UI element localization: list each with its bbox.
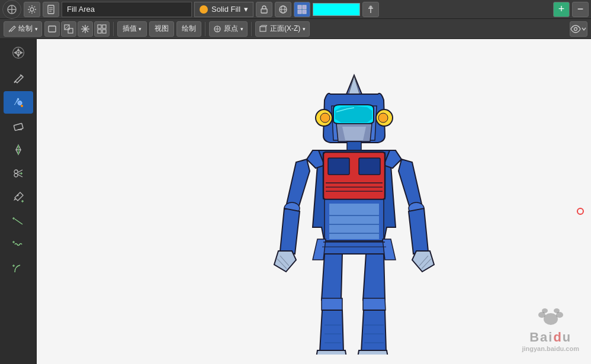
svg-rect-14 [303,10,306,14]
eye-btn[interactable] [570,21,587,37]
pencil-tool-icon [12,72,25,85]
svg-rect-11 [298,5,301,9]
svg-rect-34 [260,27,266,31]
draw-btn[interactable]: 绘制 [176,21,201,37]
robot-svg [253,59,455,355]
view-label: 视图 [155,24,169,34]
interpolate-btn[interactable]: 插值 ▾ [117,21,147,37]
rect-icon-btn[interactable] [44,21,60,37]
navigation-icon [12,46,25,59]
svg-rect-30 [102,30,106,33]
app-icon-btn[interactable] [2,0,21,19]
view-angle-dropdown[interactable]: 正面(X-Z) ▾ [255,21,310,37]
svg-line-53 [17,170,23,173]
separator-1 [113,22,114,36]
svg-point-51 [14,170,18,173]
fill-color-indicator [200,5,208,14]
draw-mode-dropdown[interactable]: 绘制 ▾ [4,21,42,37]
view-btn[interactable]: 视图 [149,21,174,37]
baidu-site: jingyan.baidu.com [522,345,579,352]
line-tool[interactable] [4,210,33,232]
svg-rect-7 [261,9,267,13]
svg-marker-41 [16,54,20,57]
svg-line-22 [65,25,69,30]
svg-point-105 [542,308,548,313]
transform-icon-btn[interactable] [61,21,76,37]
left-sidebar [0,39,37,364]
color-swatch[interactable] [313,3,360,16]
zoom-out-btn[interactable]: − [572,2,589,17]
eraser-tool[interactable] [4,115,33,137]
wave-line-tool[interactable] [4,233,33,256]
svg-rect-27 [98,25,101,28]
baidu-watermark: Baidu jingyan.baidu.com [522,306,579,352]
scissors-tool[interactable] [4,162,33,185]
icon-group-1 [44,21,110,37]
svg-rect-19 [49,26,56,32]
settings-icon [27,5,37,14]
settings-btn[interactable] [24,2,40,17]
document-btn[interactable] [43,2,59,17]
draw-mode-arrow: ▾ [35,26,38,32]
nav-arrows-tool[interactable] [4,41,33,64]
pin-btn[interactable] [362,2,379,17]
svg-point-52 [14,173,18,177]
layers-icon [297,5,307,14]
layers-btn[interactable] [294,2,310,17]
lock-icon [260,5,268,14]
snowflake-icon-btn[interactable] [78,21,93,37]
svg-point-47 [21,105,23,107]
svg-rect-21 [68,28,73,33]
canvas-area[interactable]: Baidu jingyan.baidu.com [37,39,591,364]
svg-rect-76 [328,158,349,175]
svg-point-58 [17,195,18,197]
origin-dropdown[interactable]: 原点 ▾ [209,21,248,37]
anchor-icon [213,25,221,33]
line-tool-icon [12,214,25,227]
eye-dropdown-arrow [581,26,587,32]
pencil-small-icon [8,25,16,33]
fill-type-label: Solid Fill [211,5,240,14]
globe-btn[interactable] [275,2,291,17]
baidu-logo-svg [536,306,566,330]
scissors-icon [12,167,25,180]
interpolate-label: 插值 [123,24,137,34]
fill-type-dropdown[interactable]: Solid Fill ▾ [194,2,253,17]
snowflake-icon [81,24,90,34]
pin-icon [367,5,375,14]
view-angle-label: 正面(X-Z) [270,24,300,34]
draw-mode-label: 绘制 [18,24,33,34]
grid-icon-btn[interactable] [94,21,110,37]
svg-marker-43 [20,51,23,54]
svg-point-44 [17,51,19,53]
lock-btn[interactable] [256,2,272,17]
pen-nib-icon [12,143,25,156]
rect-icon [47,24,57,34]
title-area: Fill Area [62,2,192,17]
zoom-in-btn[interactable]: + [553,2,570,17]
wave-line-icon [12,238,25,251]
globe-icon [278,5,288,14]
svg-point-38 [574,27,577,30]
view-angle-icon [259,25,268,33]
svg-marker-40 [16,48,20,51]
color-picker-dot[interactable] [577,208,584,215]
pen-nib-tool[interactable] [4,138,33,161]
top-toolbar: Fill Area Solid Fill ▾ [0,0,591,19]
separator-2 [205,22,205,36]
svg-rect-77 [359,158,380,175]
pencil-tool[interactable] [4,67,33,90]
fill-tool[interactable] [4,91,33,114]
svg-point-106 [554,308,560,313]
fill-tool-icon [12,96,25,109]
eye-icon [570,25,581,33]
main-area: Baidu jingyan.baidu.com [0,39,591,364]
svg-rect-28 [102,25,106,28]
second-toolbar: 绘制 ▾ [0,19,591,39]
eyedropper-tool[interactable] [4,186,33,208]
interpolate-arrow: ▾ [139,26,142,32]
baidu-text: Baidu [529,330,571,345]
curve-tool[interactable] [4,257,33,279]
draw-label: 绘制 [182,24,196,34]
baidu-logo [536,306,566,330]
